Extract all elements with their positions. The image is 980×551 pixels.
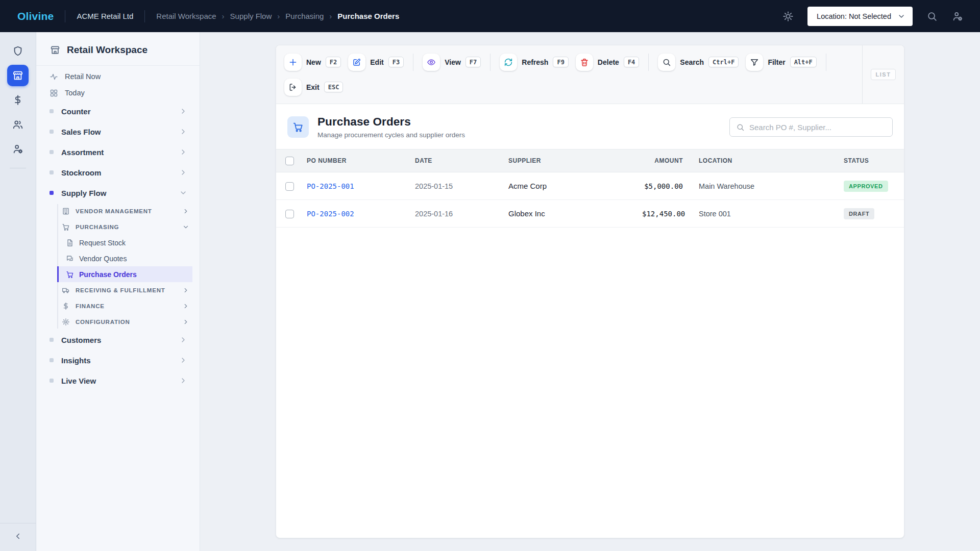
chat-icon [66,255,74,263]
refresh-button[interactable]: Refresh F9 [500,54,569,71]
po-number-link[interactable]: PO-2025-001 [307,182,354,190]
divider [65,10,65,22]
column-header-amount[interactable]: AMOUNT [642,157,683,164]
chevron-right-icon [179,107,187,115]
sidebar-item-request-stock[interactable]: Request Stock [57,235,192,251]
sidebar-item-finance[interactable]: FINANCE [57,298,192,314]
sidebar-section-assortment[interactable]: Assortment [43,142,192,162]
sidebar-item-vendor-management[interactable]: VENDOR MANAGEMENT [57,203,192,219]
delete-button[interactable]: Delete F4 [576,54,639,71]
storefront-icon [50,45,60,55]
breadcrumb-item[interactable]: Supply Flow [230,12,272,20]
sidebar-section-insights[interactable]: Insights [43,350,192,370]
theme-toggle-button[interactable] [782,10,794,22]
workspace-header: Retail Workspace [36,32,200,65]
shortcut-badge: ESC [324,82,344,92]
column-header-date[interactable]: DATE [415,157,508,164]
po-number-link[interactable]: PO-2025-002 [307,210,354,218]
sidebar-item-purchasing[interactable]: PURCHASING [57,219,192,235]
table-row[interactable]: PO-2025-002 2025-01-16 Globex Inc $12,45… [276,200,904,228]
sidebar-section-customers[interactable]: Customers [43,330,192,350]
supply-flow-subtree: VENDOR MANAGEMENT PURCHASING Request Sto… [57,203,192,330]
view-mode-zone: LIST [862,45,904,104]
search-icon [736,123,745,132]
divider [648,54,649,71]
shortcut-badge: F9 [553,57,568,67]
divider [413,54,413,71]
column-header-location[interactable]: LOCATION [683,157,838,164]
sidebar-item-vendor-quotes[interactable]: Vendor Quotes [57,251,192,266]
shortcut-badge: Alt+F [790,57,817,67]
view-button[interactable]: View F7 [423,54,481,71]
chevron-right-icon [182,287,189,294]
sidebar-collapse-button[interactable] [0,523,36,551]
column-header-status[interactable]: STATUS [838,157,904,164]
exit-button[interactable]: Exit ESC [284,79,343,96]
row-checkbox[interactable] [285,182,294,191]
sidebar-item-purchase-orders[interactable]: Purchase Orders [57,266,192,282]
activity-icon [50,72,58,81]
sidebar-section-supply-flow[interactable]: Supply Flow [43,183,192,203]
table-search-input[interactable] [749,123,886,132]
sidebar-section-sales-flow[interactable]: Sales Flow [43,121,192,142]
chevron-right-icon [179,168,187,177]
shortcut-badge: F3 [388,57,404,67]
chevron-right-icon [182,318,189,325]
select-all-checkbox[interactable] [285,157,294,165]
sidebar-nav: Retail Now Today Counter Sales Flow [36,66,200,393]
user-settings-icon [12,143,23,155]
edit-button[interactable]: Edit F3 [348,54,404,71]
rail-item-people[interactable] [7,114,29,135]
rail-item-finance[interactable] [7,89,29,111]
breadcrumb-item[interactable]: Retail Workspace [156,12,216,20]
page-title: Purchase Orders [317,115,465,129]
toolbar-row-secondary: Exit ESC [284,76,862,98]
po-supplier: Acme Corp [508,182,642,190]
sidebar-item-retail-now[interactable]: Retail Now [43,68,192,85]
sidebar-section-stockroom[interactable]: Stockroom [43,162,192,183]
chevron-right-icon [179,377,187,385]
rail-item-security[interactable] [7,40,29,62]
filter-icon [746,54,763,71]
sidebar-item-receiving-fulfillment[interactable]: RECEIVING & FULFILLMENT [57,282,192,298]
rail-item-retail[interactable] [7,65,29,86]
section-bullet [50,130,54,134]
global-search-button[interactable] [926,10,938,22]
document-icon [66,239,74,247]
row-checkbox[interactable] [285,210,294,218]
column-header-supplier[interactable]: SUPPLIER [508,157,642,164]
column-header-po-number[interactable]: PO NUMBER [307,157,415,164]
rail-item-admin[interactable] [7,138,29,160]
cart-icon [62,223,70,231]
breadcrumb-separator: › [222,12,225,20]
search-button[interactable]: Search Ctrl+F [658,54,739,71]
toolbar-row-primary: New F2 Edit F3 View [284,51,862,73]
sidebar-section-live-view[interactable]: Live View [43,370,192,391]
cart-icon [287,116,309,138]
user-settings-button[interactable] [951,10,964,22]
table-row[interactable]: PO-2025-001 2025-01-15 Acme Corp $5,000.… [276,172,904,200]
filter-button[interactable]: Filter Alt+F [746,54,816,71]
search-icon [658,54,675,71]
content-card: New F2 Edit F3 View [276,45,904,538]
truck-icon [62,286,70,294]
sidebar-item-configuration[interactable]: CONFIGURATION [57,314,192,330]
storefront-icon [12,70,23,81]
users-icon [12,119,23,130]
gear-icon [62,318,70,326]
sidebar-section-counter[interactable]: Counter [43,101,192,121]
location-selector[interactable]: Location: Not Selected [807,7,913,26]
page-header: Purchase Orders Manage procurement cycle… [276,104,904,149]
table-header-row: PO NUMBER DATE SUPPLIER AMOUNT LOCATION … [276,149,904,172]
dollar-icon [62,302,70,310]
eye-icon [423,54,440,71]
divider [826,54,826,71]
app-logo: Olivine [17,10,54,22]
refresh-icon [500,54,517,71]
section-bullet-active [50,191,54,195]
sidebar-item-today[interactable]: Today [43,85,192,101]
breadcrumb-item[interactable]: Purchasing [285,12,324,20]
new-button[interactable]: New F2 [284,54,341,71]
dollar-icon [12,94,23,106]
shield-icon [12,45,23,57]
